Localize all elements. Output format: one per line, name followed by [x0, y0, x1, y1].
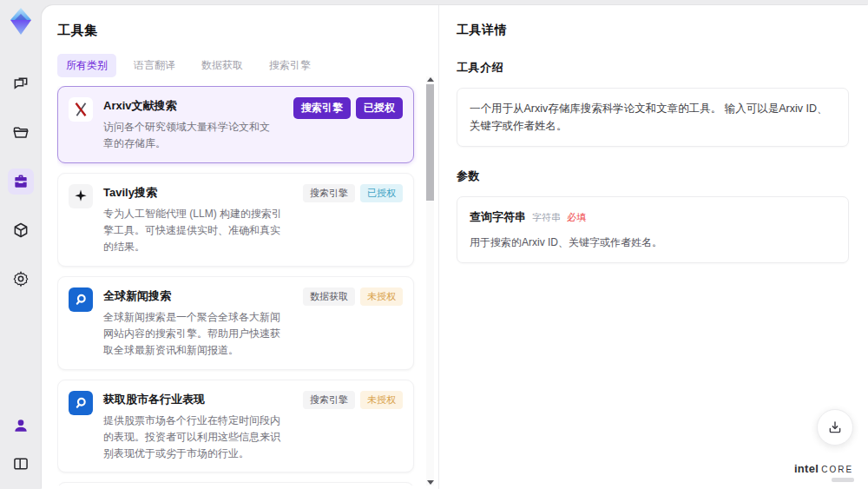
param-box: 查询字符串 字符串 必填 用于搜索的Arxiv ID、关键字或作者姓名。 [457, 196, 849, 263]
intel-core-logo: intel CORE [790, 462, 858, 482]
tool-list-item[interactable]: 获取股市各行业表现 提供股票市场各个行业在特定时间段内的表现。投资者可以利用这些… [57, 380, 414, 473]
tab-3[interactable]: 搜索引擎 [260, 54, 319, 77]
tool-info: 全球新闻搜索 全球新闻搜索是一个聚合全球各大新闻网站内容的搜索引擎。帮助用户快速… [103, 287, 293, 359]
tool-name: 获取股市各行业表现 [103, 392, 289, 407]
chat-icon[interactable] [8, 71, 34, 97]
tool-tags: 搜索引擎 已授权 [293, 97, 403, 152]
tool-info: Tavily搜索 专为人工智能代理 (LLM) 构建的搜索引擎工具。可快速提供实… [103, 184, 293, 255]
intro-box: 一个用于从Arxiv存储库搜索科学论文和文章的工具。 输入可以是Arxiv ID… [457, 88, 849, 147]
intro-heading: 工具介绍 [457, 60, 849, 76]
params-heading: 参数 [457, 169, 849, 184]
tool-tags: 搜索引擎 已授权 [303, 184, 403, 255]
tool-description: 访问各个研究领域大量科学论文和文章的存储库。 [103, 119, 279, 152]
param-header: 查询字符串 字符串 必填 [470, 208, 836, 227]
app-window: 工具集 所有类别语言翻译数据获取搜索引擎 Arxiv文献搜索 访问各个研究领域大… [0, 0, 868, 489]
folder-icon[interactable] [8, 120, 34, 146]
auth-status-tag: 已授权 [360, 184, 403, 202]
tool-icon [69, 97, 93, 122]
package-icon[interactable] [8, 217, 34, 243]
list-scrollbar[interactable] [426, 76, 434, 486]
tool-icon [69, 287, 93, 312]
category-tag: 数据获取 [303, 287, 355, 306]
download-icon [827, 420, 843, 435]
rail-nav [8, 71, 34, 292]
intel-sub-badge [832, 478, 854, 482]
main-card: 工具集 所有类别语言翻译数据获取搜索引擎 Arxiv文献搜索 访问各个研究领域大… [42, 5, 868, 489]
tool-info: 获取股市各行业表现 提供股票市场各个行业在特定时间段内的表现。投资者可以利用这些… [103, 391, 293, 462]
tool-description: 专为人工智能代理 (LLM) 构建的搜索引擎工具。可快速提供实时、准确和真实的结… [103, 206, 289, 255]
tool-tags: 搜索引擎 未授权 [303, 391, 403, 462]
scrollbar-thumb[interactable] [426, 84, 434, 201]
tool-list-item[interactable]: Tavily搜索 专为人工智能代理 (LLM) 构建的搜索引擎工具。可快速提供实… [57, 173, 414, 267]
tool-list-item[interactable]: Arxiv文献搜索 访问各个研究领域大量科学论文和文章的存储库。 搜索引擎 已授… [57, 86, 414, 163]
category-tag: 搜索引擎 [293, 97, 351, 119]
tool-name: 全球新闻搜索 [103, 288, 289, 304]
tool-list-item[interactable]: 全球新闻搜索 全球新闻搜索是一个聚合全球各大新闻网站内容的搜索引擎。帮助用户快速… [57, 276, 414, 370]
scroll-up-arrow-icon[interactable] [427, 77, 434, 82]
tool-description: 全球新闻搜索是一个聚合全球各大新闻网站内容的搜索引擎。帮助用户快速获取全球最新资… [103, 309, 289, 359]
tab-2[interactable]: 数据获取 [193, 54, 252, 77]
left-rail [0, 0, 42, 489]
param-required-badge: 必填 [567, 210, 586, 226]
intel-wordmark: intel CORE [790, 462, 858, 475]
rail-bottom [8, 413, 34, 477]
user-icon[interactable] [8, 413, 34, 439]
page-title: 工具集 [57, 23, 419, 39]
tool-detail-panel: 工具详情 工具介绍 一个用于从Arxiv存储库搜索科学论文和文章的工具。 输入可… [438, 5, 868, 489]
category-tag: 搜索引擎 [303, 391, 355, 409]
param-type: 字符串 [532, 210, 561, 226]
auth-status-tag: 未授权 [360, 287, 403, 306]
intel-word: intel [794, 462, 819, 475]
tool-list: Arxiv文献搜索 访问各个研究领域大量科学论文和文章的存储库。 搜索引擎 已授… [57, 86, 419, 486]
tool-icon [69, 184, 93, 208]
tool-list-item[interactable]: 获取市场最活跃股票信息 提供当天交易量最高的股票列表。投资者可以利用这些信息来识… [57, 482, 414, 486]
category-tag: 搜索引擎 [303, 184, 355, 202]
scroll-down-arrow-icon[interactable] [427, 480, 434, 485]
category-tabs: 所有类别语言翻译数据获取搜索引擎 [57, 54, 419, 77]
tool-list-panel: 工具集 所有类别语言翻译数据获取搜索引擎 Arxiv文献搜索 访问各个研究领域大… [42, 5, 438, 489]
tool-icon [69, 391, 93, 415]
auth-status-tag: 已授权 [356, 97, 403, 119]
app-logo-icon [8, 7, 34, 36]
param-description: 用于搜索的Arxiv ID、关键字或作者姓名。 [470, 235, 836, 251]
tool-info: Arxiv文献搜索 访问各个研究领域大量科学论文和文章的存储库。 [103, 97, 283, 152]
toolbox-icon[interactable] [8, 169, 34, 195]
download-button[interactable] [817, 409, 853, 446]
param-name: 查询字符串 [470, 208, 526, 227]
auth-status-tag: 未授权 [360, 391, 403, 409]
detail-title: 工具详情 [457, 23, 849, 38]
core-word: CORE [821, 465, 853, 474]
tab-1[interactable]: 语言翻译 [125, 54, 184, 77]
tool-description: 提供股票市场各个行业在特定时间段内的表现。投资者可以利用这些信息来识别表现优于或… [103, 413, 289, 462]
tab-0[interactable]: 所有类别 [57, 54, 116, 77]
settings-gear-icon[interactable] [8, 266, 34, 292]
panel-toggle-icon[interactable] [8, 451, 34, 477]
tool-name: Tavily搜索 [103, 185, 289, 201]
tool-tags: 数据获取 未授权 [303, 287, 403, 359]
tool-name: Arxiv文献搜索 [103, 98, 279, 114]
